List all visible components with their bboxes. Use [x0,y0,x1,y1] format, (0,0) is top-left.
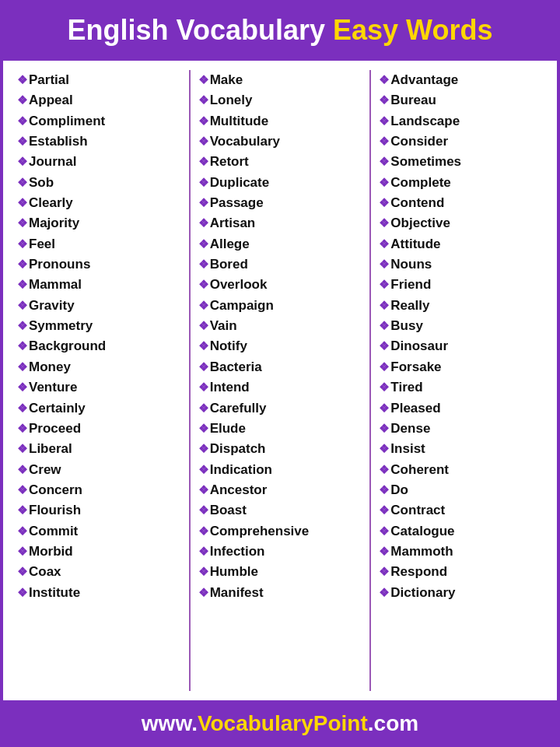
word-label: Friend [390,275,431,295]
list-item: ❖Indication [198,460,362,480]
list-item: ❖Really [379,296,543,316]
diamond-icon: ❖ [379,132,389,150]
footer-text: www.VocabularyPoint.com [142,711,418,735]
diamond-icon: ❖ [17,399,27,417]
list-item: ❖Pronouns [17,254,181,275]
word-label: Attitude [390,234,440,254]
diamond-icon: ❖ [17,440,27,458]
list-item: ❖Institute [17,583,181,603]
list-item: ❖Dense [379,419,543,439]
diamond-icon: ❖ [379,91,389,109]
diamond-icon: ❖ [379,255,389,273]
word-label: Tired [390,377,422,398]
word-label: Make [210,70,243,90]
word-label: Mammal [29,275,82,295]
word-label: Certainly [29,398,86,419]
list-item: ❖Concern [17,480,181,500]
list-item: ❖Boast [198,500,362,521]
word-label: Advantage [390,70,458,90]
diamond-icon: ❖ [198,542,208,560]
list-item: ❖Sob [17,173,181,193]
diamond-icon: ❖ [198,296,208,314]
diamond-icon: ❖ [198,91,208,109]
list-item: ❖Commit [17,521,181,542]
word-label: Coherent [390,460,449,480]
list-item: ❖Partial [17,70,181,90]
diamond-icon: ❖ [198,378,208,396]
word-label: Money [29,357,71,377]
diamond-icon: ❖ [198,71,208,89]
diamond-icon: ❖ [17,501,27,519]
diamond-icon: ❖ [198,153,208,170]
list-item: ❖Tired [379,377,543,398]
diamond-icon: ❖ [379,235,389,253]
list-item: ❖Bureau [379,90,543,110]
diamond-icon: ❖ [379,399,389,417]
list-item: ❖Comprehensive [198,521,362,542]
word-label: Compliment [29,111,105,132]
word-label: Catalogue [390,521,454,542]
list-item: ❖Coherent [379,460,543,480]
diamond-icon: ❖ [379,214,389,232]
word-label: Clearly [29,193,73,213]
word-label: Bureau [390,90,436,110]
header: English Vocabulary Easy Words [0,0,560,61]
diamond-icon: ❖ [198,214,208,232]
list-item: ❖Passage [198,193,362,213]
diamond-icon: ❖ [17,91,27,109]
diamond-icon: ❖ [379,542,389,560]
list-item: ❖Consider [379,132,543,152]
diamond-icon: ❖ [17,542,27,560]
list-item: ❖Insist [379,439,543,459]
word-label: Establish [29,132,88,152]
word-label: Flourish [29,500,81,521]
list-item: ❖Flourish [17,500,181,521]
list-item: ❖Make [198,70,362,90]
list-item: ❖Intend [198,377,362,398]
word-label: Dictionary [390,583,455,603]
word-column-3: ❖Advantage❖Bureau❖Landscape❖Consider❖Som… [371,70,551,691]
list-item: ❖Landscape [379,111,543,132]
word-label: Dispatch [210,439,266,459]
diamond-icon: ❖ [17,132,27,150]
list-item: ❖Bored [198,254,362,275]
word-label: Concern [29,480,82,500]
diamond-icon: ❖ [379,337,389,355]
list-item: ❖Certainly [17,398,181,419]
list-item: ❖Overlook [198,275,362,295]
word-label: Allege [210,234,250,254]
word-label: Passage [210,193,264,213]
word-label: Institute [29,583,80,603]
diamond-icon: ❖ [17,112,27,130]
list-item: ❖Dictionary [379,583,543,603]
diamond-icon: ❖ [379,194,389,212]
word-label: Dense [390,419,430,439]
word-label: Symmetry [29,316,93,336]
diamond-icon: ❖ [379,296,389,314]
diamond-icon: ❖ [17,194,27,212]
diamond-icon: ❖ [379,501,389,519]
diamond-icon: ❖ [198,563,208,580]
diamond-icon: ❖ [379,358,389,376]
word-label: Indication [210,460,272,480]
diamond-icon: ❖ [198,194,208,212]
list-item: ❖Venture [17,377,181,398]
word-label: Busy [390,316,423,336]
diamond-icon: ❖ [17,337,27,355]
list-item: ❖Forsake [379,357,543,377]
list-item: ❖Carefully [198,398,362,419]
list-item: ❖Vain [198,316,362,336]
diamond-icon: ❖ [198,440,208,458]
word-label: Coax [29,562,61,582]
diamond-icon: ❖ [198,358,208,376]
diamond-icon: ❖ [379,378,389,396]
list-item: ❖Objective [379,213,543,233]
word-label: Notify [210,336,247,356]
word-column-1: ❖Partial❖Appeal❖Compliment❖Establish❖Jou… [9,70,191,691]
list-item: ❖Pleased [379,398,543,419]
list-item: ❖Morbid [17,542,181,562]
list-item: ❖Lonely [198,90,362,110]
word-label: Infection [210,542,265,562]
word-list-container: ❖Partial❖Appeal❖Compliment❖Establish❖Jou… [0,61,560,700]
word-label: Nouns [390,254,432,275]
